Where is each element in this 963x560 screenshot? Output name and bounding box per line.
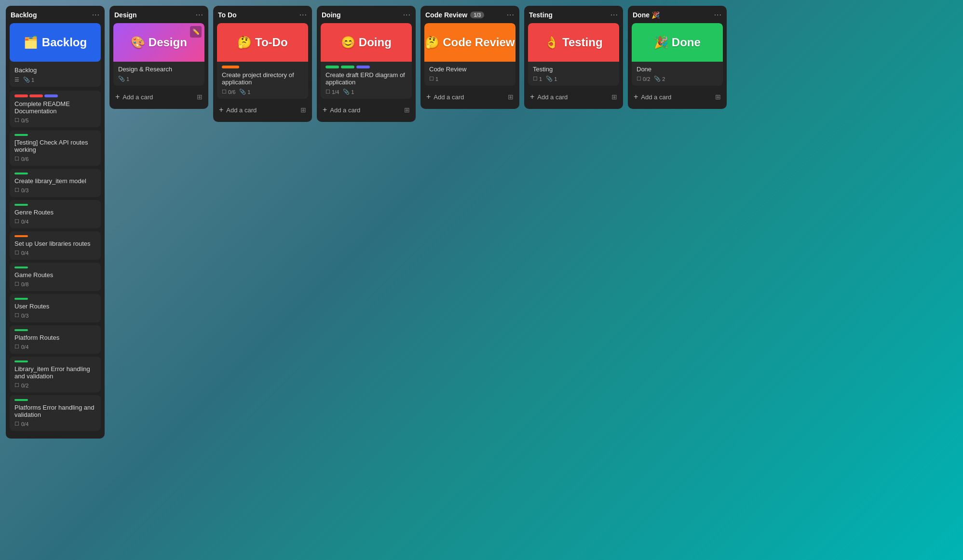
backlog-item-9[interactable]: Platform Routes ☐ 0/4 <box>10 325 101 354</box>
backlog-item-8-meta: ☐ 0/3 <box>14 312 96 319</box>
check-icon-6: ☐ <box>14 250 19 256</box>
check-icon-4: ☐ <box>14 187 19 193</box>
tag-indigo-doing <box>356 66 370 68</box>
column-testing: Testing ··· 👌 Testing Testing ☐ 1 📎 1 <box>524 6 623 109</box>
column-header-testing: Testing ··· <box>528 11 619 19</box>
doing-add-icon: + <box>323 106 327 114</box>
done-add-card-button[interactable]: + Add a card ⊞ <box>632 90 723 104</box>
doing-title-text: Doing <box>322 11 341 19</box>
check-icon-done: ☐ <box>637 76 641 82</box>
backlog-item-3[interactable]: [Testing] Check API routes working ☐ 0/6 <box>10 130 101 166</box>
code-review-title-text: Code Review <box>425 11 467 19</box>
backlog-item-10[interactable]: Library_item Error handling and validati… <box>10 357 101 392</box>
backlog-item-5[interactable]: Genre Routes ☐ 0/4 <box>10 200 101 228</box>
doing-card-tags <box>326 66 407 68</box>
done-banner: 🎉 Done <box>632 23 723 62</box>
todo-card-1[interactable]: 🤔 To-Do Create project directory of appl… <box>217 23 308 99</box>
check-icon-5: ☐ <box>14 218 19 225</box>
column-title-done: Done 🎉 <box>633 11 660 19</box>
backlog-item-9-meta: ☐ 0/4 <box>14 344 96 350</box>
check-icon-8: ☐ <box>14 312 19 319</box>
cr-meta-check: ☐ 1 <box>429 76 438 82</box>
design-template-icon: ⊞ <box>197 93 203 101</box>
test-meta-check: ☐ 1 <box>533 76 542 82</box>
code-review-banner-text: 🤔 Code Review <box>425 36 515 49</box>
backlog-banner-emoji: 🗂️ <box>24 36 38 49</box>
code-review-menu[interactable]: ··· <box>507 11 515 19</box>
backlog-item-9-title: Platform Routes <box>14 334 96 341</box>
testing-card-1[interactable]: 👌 Testing Testing ☐ 1 📎 1 <box>528 23 619 86</box>
doing-menu[interactable]: ··· <box>403 11 411 19</box>
clip-icon: 📎 <box>118 76 125 82</box>
doing-add-card-button[interactable]: + Add a card ⊞ <box>321 103 412 117</box>
testing-card-body: Testing ☐ 1 📎 1 <box>528 62 619 86</box>
design-add-icon: + <box>115 93 120 101</box>
check-square-icon: ☐ <box>222 89 227 95</box>
backlog-item-9-bar <box>14 329 28 331</box>
column-header-design: Design ··· <box>113 11 204 19</box>
backlog-item-7[interactable]: Game Routes ☐ 0/8 <box>10 263 101 291</box>
design-add-card-button[interactable]: + Add a card ⊞ <box>113 90 204 104</box>
lines-icon: ☰ <box>14 77 19 83</box>
testing-add-card-button[interactable]: + Add a card ⊞ <box>528 90 619 104</box>
backlog-banner-card[interactable]: 🗂️ Backlog Backlog ☰ 📎 1 <box>10 23 101 87</box>
backlog-item-11[interactable]: Platforms Error handling and validation … <box>10 395 101 431</box>
clip-icon-todo: 📎 <box>239 89 246 95</box>
backlog-item-4-bar <box>14 173 28 174</box>
clip-icon-done: 📎 <box>654 76 661 82</box>
backlog-item-5-title: Genre Routes <box>14 209 96 216</box>
doing-add-label: Add a card <box>330 107 360 114</box>
check-square-icon-doing: ☐ <box>326 89 330 95</box>
column-done: Done 🎉 ··· 🎉 Done Done ☐ 0/2 📎 2 <box>628 6 727 109</box>
count-icon: 📎 <box>23 77 30 83</box>
column-header-done: Done 🎉 ··· <box>632 11 723 19</box>
testing-template-icon: ⊞ <box>611 93 617 101</box>
done-menu[interactable]: ··· <box>714 11 722 19</box>
column-header-code-review: Code Review 1/3 ··· <box>424 11 515 19</box>
backlog-item-8[interactable]: User Routes ☐ 0/3 <box>10 294 101 322</box>
done-template-icon: ⊞ <box>715 93 721 101</box>
testing-menu[interactable]: ··· <box>610 11 618 19</box>
check-icon-11: ☐ <box>14 421 19 427</box>
testing-title-text: Testing <box>529 11 553 19</box>
backlog-item-10-title: Library_item Error handling and validati… <box>14 365 96 380</box>
todo-add-card-button[interactable]: + Add a card ⊞ <box>217 103 308 117</box>
column-design: Design ··· 🎨 Design ✏️ Design & Research… <box>109 6 208 109</box>
design-card-body: Design & Research 📎 1 <box>113 62 204 86</box>
cr-add-icon: + <box>426 93 431 101</box>
backlog-item-6[interactable]: Set up User libraries routes ☐ 0/4 <box>10 231 101 260</box>
column-header-backlog: Backlog ··· <box>10 11 101 19</box>
todo-menu[interactable]: ··· <box>299 11 307 19</box>
design-menu[interactable]: ··· <box>196 11 203 19</box>
backlog-top-body: Backlog ☰ 📎 1 <box>10 63 101 87</box>
column-title-code-review: Code Review 1/3 <box>425 11 484 19</box>
doing-template-icon: ⊞ <box>404 106 410 114</box>
done-card-1[interactable]: 🎉 Done Done ☐ 0/2 📎 2 <box>632 23 723 86</box>
todo-card-tags <box>222 66 303 68</box>
backlog-item-11-meta: ☐ 0/4 <box>14 421 96 427</box>
check-icon-3: ☐ <box>14 156 19 162</box>
design-edit-button[interactable]: ✏️ <box>190 26 202 38</box>
column-title-testing: Testing <box>529 11 553 19</box>
backlog-item-10-meta: ☐ 0/2 <box>14 382 96 388</box>
backlog-menu[interactable]: ··· <box>92 11 100 19</box>
backlog-item-2-title: Complete README Documentation <box>14 100 96 115</box>
check-icon: ☐ <box>14 117 19 123</box>
design-title-text: Design <box>114 11 137 19</box>
code-review-card-1[interactable]: 🤔 Code Review Code Review ☐ 1 <box>424 23 515 86</box>
backlog-item-2[interactable]: Complete README Documentation ☐ 0/5 <box>10 91 101 127</box>
backlog-item-4[interactable]: Create library_item model ☐ 0/3 <box>10 169 101 197</box>
testing-card-subtitle: Testing <box>533 66 614 73</box>
backlog-title-text: Backlog <box>11 11 37 19</box>
tag-green-2 <box>341 66 354 68</box>
design-meta-clip: 📎 1 <box>118 76 129 82</box>
code-review-add-card-button[interactable]: + Add a card ⊞ <box>424 90 515 104</box>
column-backlog: Backlog ··· 🗂️ Backlog Backlog ☰ 📎 1 <box>6 6 105 439</box>
column-todo: To Do ··· 🤔 To-Do Create project directo… <box>213 6 312 122</box>
backlog-item-4-meta: ☐ 0/3 <box>14 187 96 193</box>
todo-card-meta: ☐ 0/6 📎 1 <box>222 89 303 95</box>
doing-banner-text: 😊 Doing <box>341 36 392 49</box>
column-title-design: Design <box>114 11 137 19</box>
design-card-1[interactable]: 🎨 Design ✏️ Design & Research 📎 1 <box>113 23 204 86</box>
doing-card-1[interactable]: 😊 Doing Create draft ERD diagram of appl… <box>321 23 412 99</box>
